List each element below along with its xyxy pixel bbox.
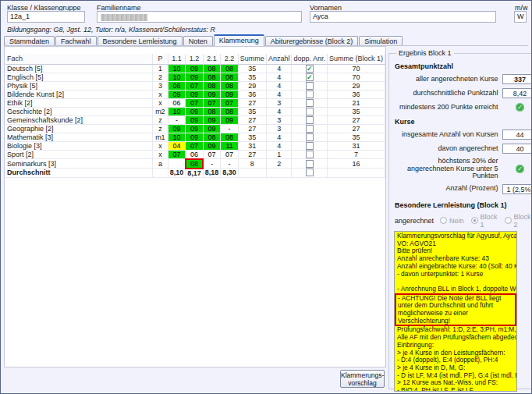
double-credit-checkbox[interactable] bbox=[306, 82, 314, 90]
tab-klammerung[interactable]: Klammerung bbox=[214, 34, 264, 46]
block1-sum-cell: 70 bbox=[327, 73, 385, 81]
grade-cell[interactable]: 08 bbox=[221, 81, 239, 90]
grade-cell[interactable]: - bbox=[203, 159, 221, 169]
result-value-box: 44 bbox=[502, 130, 532, 140]
check-ok-icon: ✓ bbox=[516, 103, 524, 112]
double-credit-cell bbox=[292, 115, 328, 124]
grade-cell[interactable]: 08 bbox=[221, 133, 239, 141]
grade-cell[interactable]: 09 bbox=[186, 124, 204, 133]
grade-cell[interactable]: 07 bbox=[203, 98, 221, 107]
grade-cell[interactable]: 08 bbox=[221, 107, 239, 115]
geschlecht-input[interactable]: W bbox=[514, 11, 527, 23]
grade-cell[interactable]: - bbox=[168, 115, 186, 124]
app-window: Klasse / Klassengruppe Familienname Vorn… bbox=[0, 0, 532, 394]
grade-cell[interactable]: 07 bbox=[186, 81, 204, 90]
count-cell: 3 bbox=[266, 98, 292, 107]
double-credit-checkbox[interactable] bbox=[306, 169, 314, 176]
grade-cell[interactable]: 08 bbox=[221, 64, 239, 73]
grade-cell[interactable]: 10 bbox=[168, 73, 186, 81]
grade-cell[interactable]: 09 bbox=[186, 90, 204, 98]
grade-cell[interactable]: 08 bbox=[203, 73, 221, 81]
grade-cell[interactable]: 08 bbox=[221, 73, 239, 81]
double-credit-checkbox[interactable] bbox=[306, 108, 314, 115]
double-credit-checkbox[interactable]: ✓ bbox=[306, 65, 314, 73]
result-value-box: 8,42 bbox=[502, 88, 532, 98]
grade-cell[interactable]: 07 bbox=[168, 150, 186, 159]
grade-cell[interactable]: 09 bbox=[203, 115, 221, 124]
radio-option-nein: Nein bbox=[440, 213, 464, 229]
klammerungsvorschlag-textarea[interactable]: Klammerungsvorschlag für Agyusuf, AycaVO… bbox=[394, 231, 517, 392]
klasse-input[interactable]: 12a_1 bbox=[7, 11, 85, 23]
radio-block-1 bbox=[471, 217, 478, 224]
double-credit-cell: ✓ bbox=[292, 73, 328, 81]
double-credit-checkbox[interactable] bbox=[306, 99, 314, 107]
grade-cell[interactable]: 09 bbox=[186, 115, 204, 124]
result-label-insgesamte-anzahl-von-kursen: insgesamte Anzahl von Kursen bbox=[395, 131, 498, 139]
table-row: Englisch [5]210090808354✓70 bbox=[5, 73, 385, 81]
grade-cell[interactable]: 09 bbox=[186, 73, 204, 81]
grade-cell[interactable]: 06 bbox=[168, 81, 186, 90]
count-cell bbox=[266, 169, 292, 178]
grade-cell[interactable]: 09 bbox=[186, 133, 204, 141]
groupbox-title: Ergebnis Block 1 bbox=[396, 49, 454, 57]
suggestion-line: - BIO:4, PH ist LF, E ist LF bbox=[397, 387, 515, 392]
grade-cell[interactable]: 09 bbox=[203, 124, 221, 133]
subject-cell: Mathematik [3] bbox=[5, 133, 153, 141]
grade-cell[interactable]: 07 bbox=[186, 141, 204, 150]
grade-cell[interactable]: 08 bbox=[186, 159, 204, 169]
grade-cell[interactable]: - bbox=[221, 124, 239, 133]
double-credit-checkbox[interactable] bbox=[306, 125, 314, 133]
klammerungsvorschlag-button[interactable]: Klammerungs- vorschlag bbox=[340, 370, 385, 388]
grade-cell[interactable]: 09 bbox=[186, 107, 204, 115]
table-row: Deutsch [5]110090808354✓70 bbox=[5, 64, 385, 73]
double-credit-checkbox[interactable] bbox=[306, 151, 314, 158]
grade-cell[interactable]: 08 bbox=[203, 81, 221, 90]
column-header-1-2: 1.2 bbox=[186, 54, 204, 64]
grade-cell[interactable]: 09 bbox=[186, 64, 204, 73]
sum-cell: 29 bbox=[238, 81, 266, 90]
grade-cell[interactable]: 07 bbox=[186, 98, 204, 107]
grade-cell[interactable]: 10 bbox=[168, 64, 186, 73]
grade-cell[interactable]: 08 bbox=[203, 64, 221, 73]
grade-cell[interactable]: 09 bbox=[221, 90, 239, 98]
bildungsgang-info: Bildungsgang: G8, Jgst. 12, Tutor: n/a, … bbox=[7, 26, 215, 34]
grade-cell[interactable]: 06 bbox=[168, 98, 186, 107]
grade-cell[interactable]: 07 bbox=[221, 98, 239, 107]
sum-cell bbox=[238, 169, 266, 178]
double-credit-checkbox[interactable] bbox=[306, 133, 314, 141]
bll-heading: Besondere Lernleistung (Block 1) bbox=[395, 201, 532, 209]
grade-cell[interactable]: 04 bbox=[168, 141, 186, 150]
double-credit-checkbox[interactable]: ✓ bbox=[306, 73, 314, 81]
button-label-line1: Klammerungs- bbox=[341, 371, 384, 379]
result-label-mindestens-200-punkte-erreicht: mindestens 200 Punkte erreicht bbox=[395, 104, 498, 112]
count-cell: 3 bbox=[266, 124, 292, 133]
grade-cell[interactable] bbox=[168, 159, 186, 169]
radio-nein bbox=[440, 217, 447, 224]
grade-cell[interactable]: 10 bbox=[168, 107, 186, 115]
grade-cell[interactable]: 11 bbox=[221, 141, 239, 150]
subject-cell: Bildende Kunst [2] bbox=[5, 90, 153, 98]
grade-cell[interactable]: 09 bbox=[221, 115, 239, 124]
grade-cell[interactable]: 09 bbox=[168, 90, 186, 98]
double-credit-checkbox[interactable] bbox=[306, 91, 314, 98]
table-row: Geschichte [2]m210090808354 35 bbox=[5, 107, 385, 115]
vornamen-input[interactable]: Ayca bbox=[310, 11, 496, 23]
grade-cell[interactable]: 09 bbox=[203, 90, 221, 98]
grade-cell[interactable]: 08 bbox=[203, 133, 221, 141]
familienname-input[interactable] bbox=[97, 11, 302, 23]
subject-cell: Biologie [3] bbox=[5, 141, 153, 150]
grade-cell[interactable]: 06 bbox=[186, 150, 204, 159]
grade-cell[interactable]: 07 bbox=[203, 150, 221, 159]
double-credit-checkbox[interactable] bbox=[306, 142, 314, 150]
grade-cell[interactable]: 08 bbox=[203, 107, 221, 115]
grade-cell[interactable]: 09 bbox=[168, 124, 186, 133]
average-value-cell: 8,17 bbox=[186, 169, 204, 178]
grade-cell[interactable]: 07 bbox=[221, 150, 239, 159]
bll-radio-group: angerechnet NeinBlock 1Block 2 bbox=[395, 213, 532, 229]
grade-cell[interactable]: 09 bbox=[203, 141, 221, 150]
double-credit-checkbox[interactable] bbox=[306, 116, 314, 124]
grade-cell[interactable]: - bbox=[221, 159, 239, 169]
grade-cell[interactable]: 10 bbox=[168, 133, 186, 141]
table-row: Seminarkurs [3]a 08--82 16 bbox=[5, 159, 385, 169]
double-credit-checkbox[interactable] bbox=[306, 160, 314, 168]
